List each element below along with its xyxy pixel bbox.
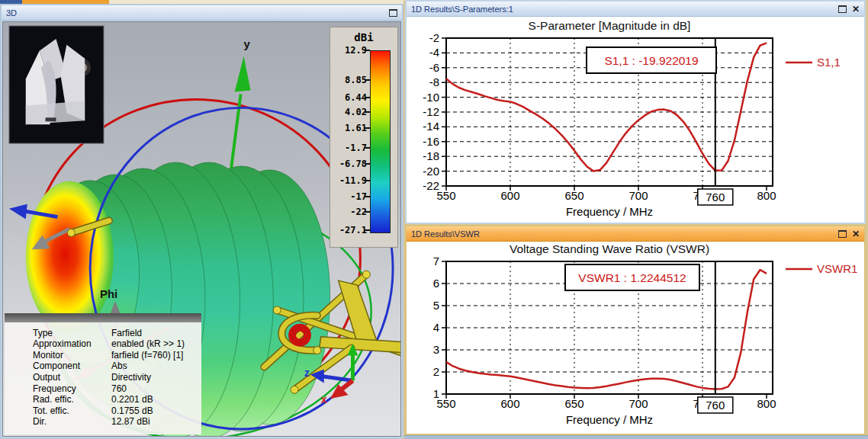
- y-tick-label: -4: [429, 46, 439, 59]
- farfield-info-row: Monitorfarfield (f=760) [1]: [5, 350, 201, 361]
- colorbar-tick-label: -6.78: [332, 159, 367, 169]
- maximize-icon[interactable]: [389, 9, 397, 17]
- colorbar-tick-mark: [365, 147, 370, 149]
- legend-label: VSWR1: [817, 262, 857, 275]
- farfield-info-table: TypeFarfieldApproximationenabled (kR >> …: [5, 322, 201, 434]
- farfield-info-header: [5, 313, 201, 322]
- colorbar-tick-label: 8.85: [332, 75, 367, 85]
- model-preview-image: [9, 26, 104, 143]
- marker-value-label: 760: [706, 191, 725, 203]
- vswr-chart[interactable]: 1234567550600650700750800Voltage Standin…: [407, 242, 864, 434]
- x-tick-label: 600: [500, 397, 519, 410]
- y-tick-label: -2: [429, 31, 439, 44]
- x-axis-label: x: [321, 393, 327, 405]
- farfield-info-label: Component: [33, 360, 111, 372]
- phi-label: Phi: [100, 288, 117, 300]
- farfield-info-label: Monitor: [33, 350, 111, 361]
- maximize-icon[interactable]: [838, 230, 847, 238]
- 3d-window-titlebar[interactable]: 3D: [2, 5, 402, 21]
- colorbar-tick-label: 6.44: [332, 92, 367, 103]
- y-tick-label: -20: [423, 165, 439, 178]
- farfield-info-row: Tot. effic.0.1755 dB: [5, 405, 201, 417]
- sparam-window: 1D Results\S-Parameters:1 ✕ -22-20-18-16…: [405, 0, 866, 224]
- farfield-info-row: Frequency760: [5, 383, 201, 395]
- farfield-info-value: enabled (kR >> 1): [111, 338, 201, 350]
- farfield-info-value: Farfield: [111, 328, 201, 339]
- y-axis-arrow: y: [235, 38, 251, 92]
- farfield-info-row: TypeFarfield: [5, 328, 201, 339]
- sparam-window-title: 1D Results\S-Parameters:1: [411, 5, 834, 14]
- x-tick-label: 800: [757, 397, 776, 410]
- colorbar-tick-mark: [365, 127, 370, 129]
- z-axis-label: z: [304, 367, 310, 379]
- y-tick-label: -10: [423, 91, 439, 104]
- farfield-info-label: Type: [33, 328, 111, 339]
- y-tick-label: -8: [429, 75, 439, 88]
- x-tick-label: 550: [436, 397, 455, 410]
- x-tick-label: 700: [628, 189, 648, 202]
- farfield-info-value: farfield (f=760) [1]: [111, 350, 201, 361]
- chart-title: S-Parameter [Magnitude in dB]: [529, 19, 691, 32]
- colorbar-tick-mark: [365, 229, 370, 231]
- 3d-viewport[interactable]: y Phi: [2, 21, 401, 437]
- farfield-info-row: Rad. effic.0.2201 dB: [5, 394, 201, 405]
- close-icon[interactable]: ✕: [852, 230, 860, 238]
- maximize-icon[interactable]: [838, 5, 847, 13]
- farfield-info-row: ComponentAbs: [5, 360, 201, 372]
- farfield-info-row: Approximationenabled (kR >> 1): [5, 338, 201, 350]
- farfield-info-panel: TypeFarfieldApproximationenabled (kR >> …: [5, 313, 201, 434]
- colorbar-tick-mark: [365, 50, 370, 51]
- x-tick-label: 550: [436, 189, 455, 202]
- vswr-window: 1D Results\VSWR ✕ 1234567550600650700750…: [405, 225, 866, 435]
- 3d-window: 3D: [0, 4, 403, 439]
- colorbar-tick-label: -11.9: [332, 175, 367, 186]
- x-axis-label: Frequency / MHz: [566, 413, 653, 426]
- 3d-window-title: 3D: [6, 8, 384, 18]
- colorbar-title: dBi: [330, 31, 397, 43]
- colorbar-tick-mark: [365, 180, 370, 181]
- farfield-info-value: Abs: [111, 360, 201, 372]
- y-tick-label: 2: [433, 365, 439, 378]
- colorbar-tick-mark: [365, 79, 370, 81]
- colorbar-tick-label: 1.61: [332, 123, 367, 133]
- x-tick-label: 650: [564, 397, 583, 410]
- colorbar-tick-label: 4.02: [332, 107, 367, 117]
- y-axis-label: y: [244, 38, 251, 50]
- chart-title: Voltage Standing Wave Ratio (VSWR): [510, 242, 709, 255]
- colorbar-tick-mark: [365, 196, 370, 197]
- colorbar-tick-label: -17: [332, 191, 367, 202]
- y-tick-label: 5: [433, 299, 439, 312]
- y-tick-label: -16: [423, 135, 439, 148]
- y-tick-label: 7: [433, 255, 439, 268]
- farfield-info-label: Rad. effic.: [33, 394, 111, 405]
- farfield-info-label: Dir.: [33, 416, 111, 428]
- farfield-info-value: 760: [111, 383, 201, 395]
- sparam-window-titlebar[interactable]: 1D Results\S-Parameters:1 ✕: [407, 2, 864, 17]
- bottom-frame-strip: [404, 435, 868, 439]
- y-tick-label: -12: [423, 105, 439, 118]
- colorbar-tick-label: 12.9: [332, 45, 367, 56]
- y-tick-label: 3: [433, 343, 439, 356]
- y-tick-label: -18: [423, 149, 439, 162]
- y-tick-label: 4: [433, 321, 439, 334]
- marker-value-label: 760: [706, 399, 725, 412]
- sparam-chart[interactable]: -22-20-18-16-14-12-10-8-6-4-255060065070…: [407, 17, 864, 223]
- farfield-info-label: Tot. effic.: [33, 405, 111, 417]
- farfield-info-label: Frequency: [33, 383, 111, 395]
- close-icon[interactable]: ✕: [852, 5, 860, 13]
- annotation-text: VSWR1 : 1.2244512: [578, 271, 686, 284]
- farfield-info-value: 12.87 dBi: [111, 416, 201, 428]
- legend-label: S1,1: [817, 56, 841, 69]
- y-tick-label: -6: [429, 61, 439, 74]
- farfield-info-value: Directivity: [111, 372, 201, 383]
- colorbar-gradient: [370, 50, 391, 233]
- vswr-window-titlebar[interactable]: 1D Results\VSWR ✕: [407, 226, 864, 242]
- colorbar-tick-label: -27.1: [332, 225, 367, 236]
- colorbar-tick-label: -1.7: [332, 143, 367, 153]
- x-tick-label: 600: [500, 189, 519, 202]
- y-tick-label: -14: [423, 120, 439, 133]
- colorbar-tick-mark: [365, 111, 370, 113]
- x-axis-label: Frequency / MHz: [566, 205, 653, 218]
- y-tick-label: 6: [433, 277, 439, 290]
- farfield-info-label: Output: [33, 372, 111, 383]
